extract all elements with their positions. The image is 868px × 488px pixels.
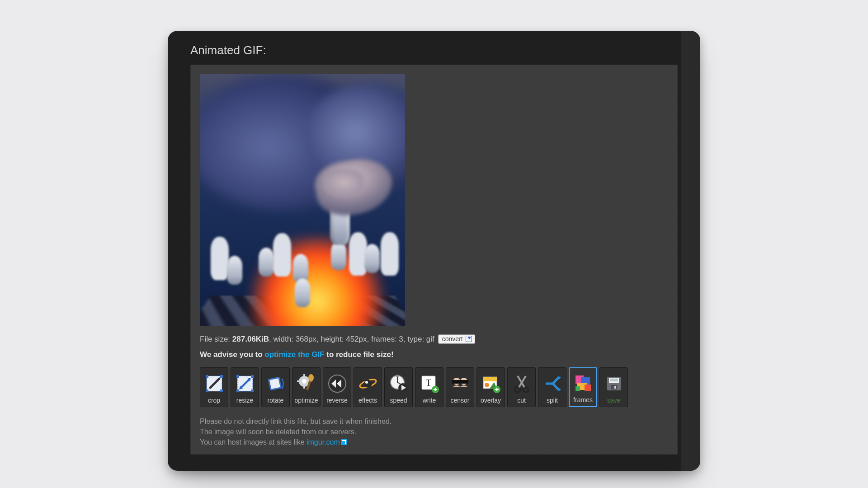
crop-icon <box>203 372 226 395</box>
convert-label: convert <box>442 335 463 343</box>
tool-label: write <box>423 397 436 404</box>
advice-suffix: to reduce file size! <box>325 350 394 359</box>
tool-label: rotate <box>268 397 284 404</box>
tool-speed[interactable]: speed <box>384 367 413 407</box>
tool-label: optimize <box>294 397 318 404</box>
svg-rect-8 <box>236 389 239 392</box>
svg-point-26 <box>396 375 399 377</box>
tool-rotate[interactable]: rotate <box>261 367 290 407</box>
svg-point-38 <box>515 387 520 392</box>
section-title: Animated GIF: <box>190 43 678 57</box>
file-size-value: 287.06KiB <box>232 335 269 343</box>
file-info: File size: 287.06KiB, width: 368px, heig… <box>200 334 668 344</box>
tool-label: resize <box>236 397 253 404</box>
svg-rect-43 <box>585 385 591 391</box>
svg-rect-35 <box>483 377 497 381</box>
svg-rect-9 <box>251 389 254 392</box>
svg-point-36 <box>485 383 489 387</box>
optimize-icon <box>295 372 318 395</box>
save-icon <box>603 372 625 395</box>
note-line-3: You can host images at sites like imgur.… <box>200 437 668 447</box>
svg-rect-4 <box>220 389 223 392</box>
svg-rect-3 <box>206 389 208 392</box>
footer-notes: Please do not directly link this file, b… <box>200 416 668 448</box>
svg-point-19 <box>308 374 314 381</box>
rotate-icon <box>264 372 287 395</box>
reverse-icon <box>326 372 349 395</box>
svg-rect-2 <box>220 375 223 378</box>
svg-rect-11 <box>269 378 280 389</box>
tool-label: crop <box>208 397 220 404</box>
svg-point-23 <box>364 380 372 388</box>
overlay-icon <box>480 372 502 395</box>
svg-rect-48 <box>610 380 618 381</box>
resize-icon <box>234 372 256 395</box>
tool-write[interactable]: T write <box>415 367 443 407</box>
split-icon <box>541 372 564 395</box>
tool-label: censor <box>450 397 469 404</box>
download-icon <box>466 336 472 342</box>
svg-text:T: T <box>425 378 431 388</box>
imgur-link[interactable]: imgur.com <box>307 438 340 446</box>
svg-rect-7 <box>251 375 254 378</box>
gif-preview[interactable] <box>200 74 405 326</box>
censor-icon <box>449 372 472 395</box>
tool-label: save <box>607 397 621 404</box>
note-prefix: You can host images at sites like <box>200 438 307 446</box>
tool-overlay[interactable]: overlay <box>476 367 505 407</box>
svg-rect-14 <box>303 374 305 377</box>
tool-resize[interactable]: resize <box>231 367 259 407</box>
tool-reverse[interactable]: reverse <box>323 367 351 407</box>
tool-effects[interactable]: effects <box>354 367 382 407</box>
note-line-2: The image will soon be deleted from our … <box>200 427 668 437</box>
tool-label: reverse <box>326 397 348 404</box>
tool-split[interactable]: split <box>538 367 566 407</box>
tool-label: overlay <box>481 397 501 404</box>
svg-rect-6 <box>236 375 239 378</box>
external-link-icon <box>341 439 347 445</box>
editor-window: Animated GIF: File size: 287.06KiB, widt… <box>168 31 700 471</box>
tool-frames[interactable]: frames <box>569 367 597 407</box>
svg-point-39 <box>523 387 528 392</box>
svg-rect-15 <box>303 386 305 389</box>
advice-prefix: We advise you to <box>200 350 264 359</box>
optimize-advice: We advise you to optimize the GIF to red… <box>200 350 668 359</box>
tool-censor[interactable]: censor <box>446 367 474 407</box>
svg-rect-44 <box>576 386 580 391</box>
svg-rect-1 <box>206 375 208 378</box>
file-size-label: File size: <box>200 335 232 343</box>
tool-cut[interactable]: cut <box>507 367 536 407</box>
svg-rect-16 <box>297 380 300 382</box>
svg-rect-50 <box>614 386 616 389</box>
tool-label: effects <box>359 397 377 404</box>
optimize-link[interactable]: optimize the GIF <box>264 350 324 359</box>
svg-point-13 <box>302 379 307 384</box>
convert-button[interactable]: convert <box>438 334 475 344</box>
tool-label: cut <box>517 397 526 404</box>
svg-point-24 <box>365 381 368 384</box>
svg-rect-47 <box>610 379 618 380</box>
file-dims: , width: 368px, height: 452px, frames: 3… <box>269 335 434 343</box>
tool-optimize[interactable]: optimize <box>292 367 321 407</box>
tool-save[interactable]: save <box>599 367 628 407</box>
svg-rect-33 <box>452 380 468 384</box>
write-icon: T <box>418 372 441 395</box>
effects-icon <box>357 372 379 395</box>
cut-icon <box>510 372 533 395</box>
tool-label: split <box>547 397 558 404</box>
tool-label: speed <box>390 397 407 404</box>
note-line-1: Please do not directly link this file, b… <box>200 416 668 427</box>
tool-label: frames <box>573 396 593 404</box>
tool-toolbar: crop resize <box>200 367 668 407</box>
frames-icon <box>572 372 594 394</box>
preview-panel: File size: 287.06KiB, width: 368px, heig… <box>190 65 678 455</box>
tool-crop[interactable]: crop <box>200 367 228 407</box>
speed-icon <box>387 372 410 395</box>
